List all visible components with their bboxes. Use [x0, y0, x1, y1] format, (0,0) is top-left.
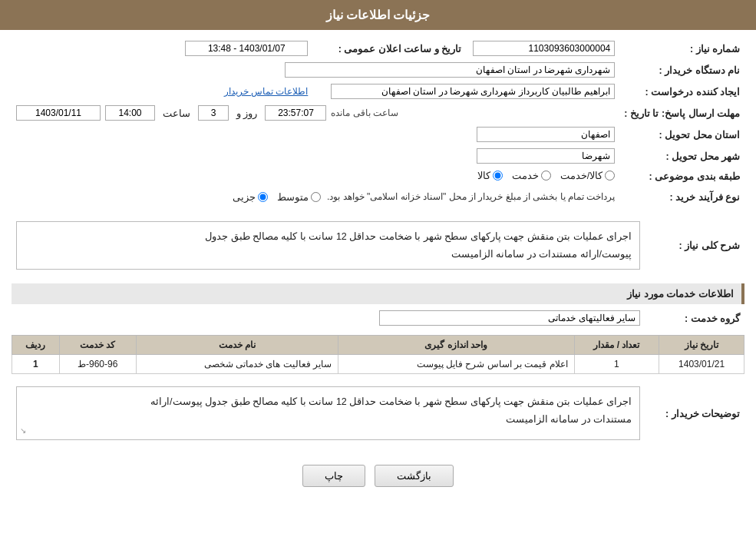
- radio-khadamat[interactable]: خدمت: [512, 170, 551, 181]
- shomara-niaz-label: شماره نیاز :: [619, 38, 744, 59]
- baqi-mande-input: [265, 105, 326, 121]
- tabaqebandi-label: طبقه بندی موضوعی :: [619, 167, 744, 186]
- col-code: کد خدمت: [59, 336, 136, 355]
- col-radif: ردیف: [12, 336, 60, 355]
- roz-label: روز و: [236, 108, 257, 119]
- cell-tedad: 1: [574, 355, 659, 374]
- radio-kala-khadamat[interactable]: کالا/خدمت: [560, 170, 615, 181]
- page-title: جزئیات اطلاعات نیاز: [326, 8, 431, 22]
- radio-jozii[interactable]: جزیی: [233, 191, 268, 203]
- sharh-line2: پیوست/ارائه مستندات در سامانه الزامیست: [25, 246, 632, 263]
- resize-handle: ↘: [20, 424, 26, 438]
- col-tarikh: تاریخ نیاز: [659, 336, 744, 355]
- baqi-mande-label: ساعت باقی مانده: [331, 108, 398, 118]
- noe-farayand-label: نوع فرآیند خرید :: [619, 186, 744, 207]
- tosihaat-table: توضیحات خریدار : اجرای عملیات بتن منقش ج…: [12, 379, 744, 448]
- nam-dastgah-input[interactable]: [285, 62, 615, 78]
- main-info-table: شماره نیاز : تاریخ و ساعت اعلان عمومی : …: [12, 38, 744, 207]
- cell-name: سایر فعالیت های خدماتی شخصی: [136, 355, 338, 374]
- mohlat-date-input: [16, 105, 101, 121]
- buttons-row: بازگشت چاپ: [12, 454, 744, 498]
- radio-kala[interactable]: کالا: [477, 170, 503, 181]
- etelaat-section-title: اطلاعات خدمات مورد نیاز: [12, 283, 744, 304]
- mohlat-label: مهلت ارسال پاسخ: تا تاریخ :: [619, 102, 744, 124]
- col-vahed: واحد اندازه گیری: [338, 336, 575, 355]
- tosihaat-box: اجرای عملیات بتن منقش جهت پارکهای سطح شه…: [16, 386, 640, 440]
- main-container: جزئیات اطلاعات نیاز شماره نیاز : تاریخ و…: [0, 0, 756, 540]
- gorohe-khadamat-label: گروه خدمت :: [645, 307, 744, 329]
- tosihaat-line1: اجرای عملیات بتن منقش جهت پارکهای سطح شه…: [25, 393, 632, 411]
- table-row: 1403/01/21 1 اعلام قیمت بر اساس شرح فایل…: [12, 355, 744, 374]
- shahr-tahvil-input[interactable]: [477, 148, 615, 164]
- ijad-konande-input[interactable]: [331, 84, 615, 99]
- gorohe-khadamat-input[interactable]: [379, 310, 640, 326]
- ijad-konande-label: ایجاد کننده درخواست :: [619, 81, 744, 102]
- gorohe-khadamat-table: گروه خدمت :: [12, 307, 744, 329]
- tosihaat-label: توضیحات خریدار :: [645, 379, 744, 448]
- ostan-tahvil-label: استان محل تحویل :: [619, 124, 744, 145]
- col-name: نام خدمت: [136, 336, 338, 355]
- sharh-table: شرح کلی نیاز : اجرای عملیات بتن منقش جهت…: [12, 214, 744, 277]
- saaat-label: ساعت: [163, 108, 190, 119]
- content-area: شماره نیاز : تاریخ و ساعت اعلان عمومی : …: [0, 30, 756, 505]
- cell-vahed: اعلام قیمت بر اساس شرح فایل پیوست: [338, 355, 575, 374]
- cell-tarikh: 1403/01/21: [659, 355, 744, 374]
- etelaat-tamas-link[interactable]: اطلاعات تماس خریدار: [224, 86, 309, 97]
- tosihaat-line2: مستندات در سامانه الزامیست: [25, 411, 632, 429]
- page-header: جزئیات اطلاعات نیاز: [0, 0, 756, 30]
- tarikh-elan-input[interactable]: [185, 41, 308, 56]
- chap-button[interactable]: چاپ: [302, 465, 365, 487]
- cell-radif: 1: [12, 355, 60, 374]
- notice-text: پرداخت تمام یا بخشی از مبلغ خریدار از مح…: [327, 189, 615, 204]
- cell-code: 960-96-ط: [59, 355, 136, 374]
- sharh-label: شرح کلی نیاز :: [645, 214, 744, 277]
- sharh-line1: اجرای عملیات بتن منقش جهت پارکهای سطح شه…: [25, 228, 632, 246]
- bazgasht-button[interactable]: بازگشت: [375, 465, 454, 487]
- shomara-niaz-input[interactable]: [473, 41, 615, 56]
- col-tedad: تعداد / مقدار: [574, 336, 659, 355]
- ostan-tahvil-input[interactable]: [477, 127, 615, 142]
- time-input: [105, 105, 155, 121]
- shahr-tahvil-label: شهر محل تحویل :: [619, 145, 744, 167]
- khadamat-table: تاریخ نیاز تعداد / مقدار واحد اندازه گیر…: [12, 335, 744, 374]
- sharh-description-box: اجرای عملیات بتن منقش جهت پارکهای سطح شه…: [16, 221, 640, 270]
- nam-dastgah-label: نام دستگاه خریدار :: [619, 59, 744, 81]
- roz-input: [198, 105, 229, 121]
- tarikh-elan-label: تاریخ و ساعت اعلان عمومی :: [312, 38, 466, 59]
- radio-motevaset[interactable]: متوسط: [277, 191, 321, 203]
